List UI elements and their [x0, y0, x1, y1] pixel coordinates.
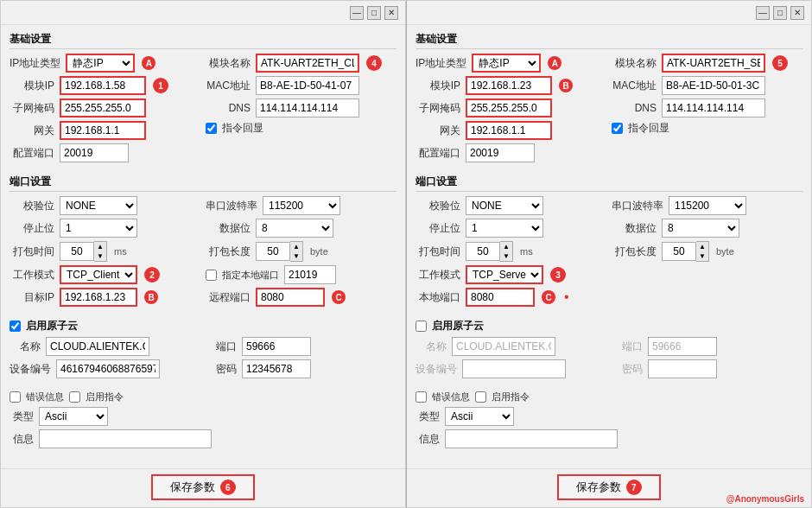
pack-time-stepper-btns-left: ▲ ▼: [94, 241, 107, 262]
work-mode-select-right[interactable]: TCP_Server: [466, 265, 543, 284]
data-bits-select-right[interactable]: 8: [662, 219, 739, 238]
info-row-left: 信息: [10, 429, 396, 448]
local-port-checkbox-left[interactable]: [206, 270, 217, 281]
remote-port-input-left[interactable]: [256, 288, 325, 307]
pack-time-down-left[interactable]: ▼: [94, 251, 106, 261]
cloud-name-input-left[interactable]: [46, 337, 149, 356]
save-btn-right[interactable]: 保存参数 7: [557, 474, 661, 501]
module-ip-input-left[interactable]: [60, 76, 146, 95]
watermark: @AnonymousGirls: [726, 494, 804, 504]
pack-len-down-left[interactable]: ▼: [290, 251, 302, 261]
baud-select-left[interactable]: 115200: [263, 196, 340, 215]
cmd-echo-checkbox-left[interactable]: [206, 123, 217, 134]
type-select-right[interactable]: Ascii: [445, 407, 514, 426]
stop-select-left[interactable]: 1: [60, 219, 137, 238]
maximize-btn-left[interactable]: □: [367, 6, 381, 20]
cloud-pwd-input-left[interactable]: [242, 359, 311, 378]
cloud-enable-checkbox-right[interactable]: [416, 321, 427, 332]
module-ip-input-right[interactable]: [466, 76, 552, 95]
cloud-port-label-right: 端口: [612, 340, 643, 354]
pack-time-input-right[interactable]: [466, 242, 500, 261]
cloud-device-row-left: 设备编号: [10, 359, 200, 378]
cloud-pwd-input-right[interactable]: [648, 359, 717, 378]
ip-type-select-right[interactable]: 静态IP: [472, 54, 541, 73]
pack-len-down-right[interactable]: ▼: [696, 251, 708, 261]
cmd-label-right: 启用指令: [492, 391, 530, 403]
ip-type-label-left: IP地址类型: [10, 56, 60, 71]
basic-title-right: 基础设置: [416, 32, 802, 49]
mac-input-right[interactable]: [662, 76, 765, 95]
local-port-input-right[interactable]: [466, 288, 535, 307]
dns-input-left[interactable]: [256, 98, 359, 117]
config-port-input-left[interactable]: [60, 143, 129, 162]
pack-len-up-right[interactable]: ▲: [696, 242, 708, 251]
subnet-input-left[interactable]: [60, 98, 146, 117]
config-port-label-right: 配置端口: [416, 146, 460, 161]
ip-type-select-left[interactable]: 静态IP: [66, 54, 135, 73]
config-port-input-right[interactable]: [466, 143, 535, 162]
baud-select-right[interactable]: 115200: [669, 196, 746, 215]
cloud-enable-checkbox-left[interactable]: [10, 321, 21, 332]
cloud-device-input-left[interactable]: [56, 359, 160, 378]
pack-time-input-left[interactable]: [60, 242, 94, 261]
module-ip-label-right: 模块IP: [416, 79, 460, 93]
basic-title-left: 基础设置: [10, 32, 396, 49]
cmd-checkbox-right[interactable]: [475, 391, 486, 403]
pack-time-up-right[interactable]: ▲: [500, 242, 512, 251]
maximize-btn-right[interactable]: □: [773, 6, 787, 20]
pack-len-input-left[interactable]: [256, 242, 290, 261]
minimize-btn-left[interactable]: —: [350, 6, 364, 20]
gateway-input-left[interactable]: [60, 121, 146, 140]
target-ip-input-left[interactable]: [60, 288, 137, 307]
mac-input-left[interactable]: [256, 76, 359, 95]
gateway-input-right[interactable]: [466, 121, 552, 140]
cloud-name-label-right: 名称: [416, 340, 447, 354]
pack-time-up-left[interactable]: ▲: [94, 242, 106, 251]
error-checkbox-left[interactable]: [10, 391, 21, 403]
error-label-right: 错误信息: [432, 391, 470, 403]
badge-1-left: 1: [153, 78, 168, 93]
save-btn-label-right: 保存参数: [576, 480, 621, 493]
close-btn-right[interactable]: ✕: [790, 6, 804, 20]
data-bits-select-left[interactable]: 8: [256, 219, 333, 238]
pack-time-stepper-right: ▲ ▼: [466, 241, 513, 262]
baud-row-right: 串口波特率 115200: [612, 196, 802, 215]
cmd-checkbox-left[interactable]: [69, 391, 80, 403]
work-mode-select-left[interactable]: TCP_Client: [60, 265, 137, 284]
module-name-input-left[interactable]: [256, 54, 359, 73]
save-btn-left[interactable]: 保存参数 6: [151, 474, 255, 501]
pack-len-input-right[interactable]: [662, 242, 696, 261]
local-port-row-right: 本地端口 C •: [416, 288, 606, 307]
pack-len-up-left[interactable]: ▲: [290, 242, 302, 251]
info-input-left[interactable]: [39, 429, 212, 448]
gateway-row-left: 网关: [10, 121, 200, 140]
minimize-btn-right[interactable]: —: [756, 6, 770, 20]
error-checkbox-right[interactable]: [416, 391, 427, 403]
error-cmd-row-right: 错误信息 启用指令: [416, 391, 802, 403]
panel-right-content: 基础设置 IP地址类型 静态IP A 模块IP B: [407, 25, 811, 468]
serial-cols-left: 校验位 NONE 停止位 1 打包时间: [10, 196, 396, 310]
cloud-device-input-right[interactable]: [462, 359, 566, 378]
info-input-right[interactable]: [445, 429, 618, 448]
subnet-input-right[interactable]: [466, 98, 552, 117]
dns-input-right[interactable]: [662, 98, 765, 117]
type-select-left[interactable]: Ascii: [39, 407, 108, 426]
pack-time-stepper-btns-right: ▲ ▼: [500, 241, 513, 262]
cmd-echo-checkbox-right[interactable]: [612, 123, 623, 134]
pack-time-down-right[interactable]: ▼: [500, 251, 512, 261]
parity-select-right[interactable]: NONE: [466, 196, 543, 215]
cloud-pwd-row-right: 密码: [612, 359, 802, 378]
cloud-port-input-left[interactable]: [242, 337, 311, 356]
stop-select-right[interactable]: 1: [466, 219, 543, 238]
serial-col-right-r: 串口波特率 115200 数据位 8 打包长度: [612, 196, 802, 310]
cloud-name-input-right[interactable]: [452, 337, 555, 356]
local-port-input-left[interactable]: [284, 265, 336, 284]
pack-len-stepper-btns-left: ▲ ▼: [290, 241, 303, 262]
close-btn-left[interactable]: ✕: [384, 6, 398, 20]
cloud-port-row-right: 端口: [612, 337, 802, 356]
pack-len-stepper-btns-right: ▲ ▼: [696, 241, 709, 262]
red-dot-right: •: [564, 289, 569, 305]
module-name-input-right[interactable]: [662, 54, 765, 73]
cloud-port-input-right[interactable]: [648, 337, 717, 356]
parity-select-left[interactable]: NONE: [60, 196, 137, 215]
